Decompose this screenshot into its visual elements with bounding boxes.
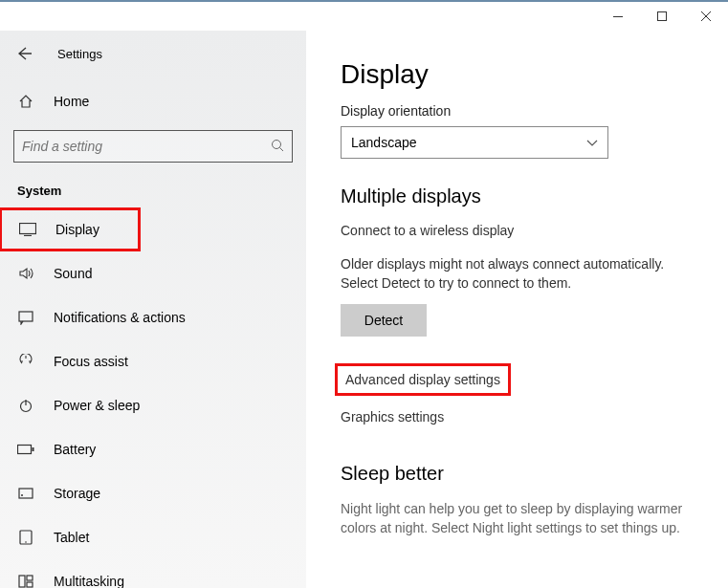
sidebar-item-label: Focus assist <box>54 354 128 369</box>
graphics-settings-link[interactable]: Graphics settings <box>341 409 699 425</box>
sidebar-item-label: Battery <box>54 442 96 457</box>
svg-rect-12 <box>33 447 34 451</box>
storage-icon <box>17 485 34 502</box>
svg-rect-11 <box>18 446 32 454</box>
detect-help-text: Older displays might not always connect … <box>341 255 699 293</box>
sidebar-item-power-sleep[interactable]: Power & sleep <box>0 383 306 427</box>
app-title: Settings <box>57 47 102 61</box>
sidebar-item-focus-assist[interactable]: Focus assist <box>0 339 306 383</box>
back-button[interactable] <box>13 43 34 64</box>
sidebar-item-label: Notifications & actions <box>54 310 186 325</box>
svg-point-4 <box>273 140 281 148</box>
chevron-down-icon <box>586 135 598 150</box>
orientation-label: Display orientation <box>341 103 699 119</box>
sidebar-item-label: Sound <box>54 266 92 281</box>
power-icon <box>17 397 34 414</box>
category-label: System <box>0 166 306 207</box>
sidebar-item-tablet[interactable]: Tablet <box>0 515 306 559</box>
svg-rect-13 <box>19 489 33 498</box>
orientation-dropdown[interactable]: Landscape <box>341 126 608 159</box>
detect-button[interactable]: Detect <box>341 304 427 337</box>
sidebar-item-sound[interactable]: Sound <box>0 251 306 295</box>
focus-icon <box>17 353 34 370</box>
sidebar-item-notifications[interactable]: Notifications & actions <box>0 295 306 339</box>
sidebar-item-multitasking[interactable]: Multitasking <box>0 559 306 588</box>
sidebar-item-label: Multitasking <box>54 574 124 588</box>
svg-rect-6 <box>20 224 36 234</box>
sidebar-item-storage[interactable]: Storage <box>0 471 306 515</box>
sidebar-item-label: Power & sleep <box>54 398 140 413</box>
display-icon <box>19 221 36 238</box>
svg-point-16 <box>25 541 27 543</box>
advanced-display-settings-link[interactable]: Advanced display settings <box>335 363 511 396</box>
tablet-icon <box>17 529 34 546</box>
wireless-display-link[interactable]: Connect to a wireless display <box>341 223 699 238</box>
close-button[interactable] <box>684 2 728 31</box>
orientation-value: Landscape <box>351 135 417 150</box>
sidebar: Settings Home System Display <box>0 31 306 588</box>
svg-line-5 <box>280 147 284 151</box>
search-icon <box>271 139 284 155</box>
svg-rect-19 <box>27 582 33 587</box>
page-title: Display <box>341 59 699 90</box>
sidebar-item-label: Storage <box>54 486 100 501</box>
title-bar <box>0 0 728 31</box>
minimize-button[interactable] <box>596 2 640 31</box>
maximize-button[interactable] <box>640 2 684 31</box>
search-input[interactable] <box>22 139 258 154</box>
sleep-better-desc: Night light can help you get to sleep by… <box>341 500 699 537</box>
search-box[interactable] <box>13 130 293 163</box>
sidebar-item-battery[interactable]: Battery <box>0 427 306 471</box>
home-icon <box>17 93 34 110</box>
svg-rect-17 <box>19 576 25 587</box>
notifications-icon <box>17 309 34 326</box>
svg-rect-8 <box>19 312 33 321</box>
sidebar-item-label: Display <box>55 222 99 237</box>
content-pane: Display Display orientation Landscape Mu… <box>306 31 728 588</box>
sleep-better-title: Sleep better <box>341 463 699 485</box>
battery-icon <box>17 441 34 458</box>
sidebar-item-display[interactable]: Display <box>0 207 141 251</box>
sidebar-item-label: Tablet <box>54 530 89 545</box>
svg-rect-1 <box>658 12 667 21</box>
home-label: Home <box>54 94 89 109</box>
multiple-displays-title: Multiple displays <box>341 185 699 207</box>
multitasking-icon <box>17 573 34 588</box>
sound-icon <box>17 265 34 282</box>
svg-point-14 <box>21 494 23 496</box>
home-nav[interactable]: Home <box>0 80 306 122</box>
svg-rect-18 <box>27 576 33 580</box>
